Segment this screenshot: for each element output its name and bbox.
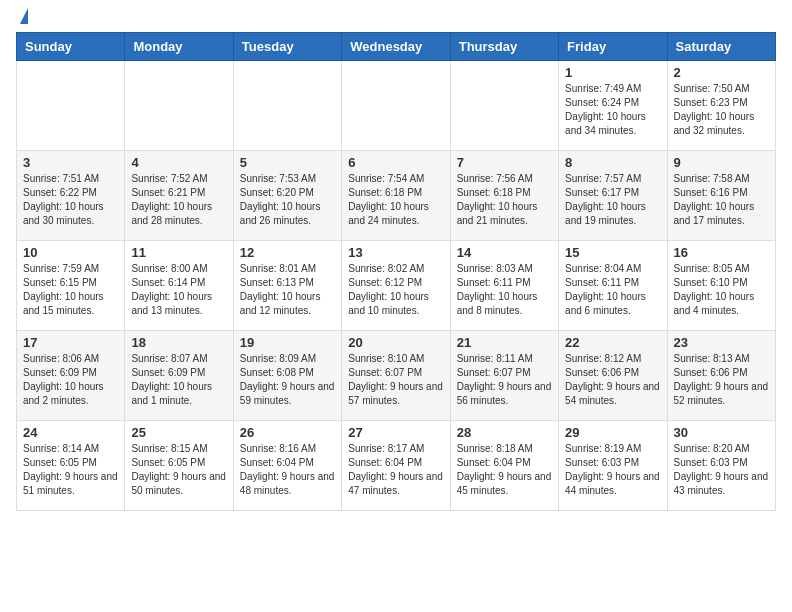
calendar-table: SundayMondayTuesdayWednesdayThursdayFrid… [16,32,776,511]
day-info: Sunrise: 8:20 AM Sunset: 6:03 PM Dayligh… [674,442,769,498]
day-number: 30 [674,425,769,440]
day-number: 2 [674,65,769,80]
calendar-cell: 1Sunrise: 7:49 AM Sunset: 6:24 PM Daylig… [559,61,667,151]
day-info: Sunrise: 8:18 AM Sunset: 6:04 PM Dayligh… [457,442,552,498]
day-info: Sunrise: 7:51 AM Sunset: 6:22 PM Dayligh… [23,172,118,228]
day-info: Sunrise: 7:52 AM Sunset: 6:21 PM Dayligh… [131,172,226,228]
calendar-cell: 3Sunrise: 7:51 AM Sunset: 6:22 PM Daylig… [17,151,125,241]
day-number: 28 [457,425,552,440]
calendar-cell: 17Sunrise: 8:06 AM Sunset: 6:09 PM Dayli… [17,331,125,421]
day-info: Sunrise: 8:14 AM Sunset: 6:05 PM Dayligh… [23,442,118,498]
day-info: Sunrise: 8:19 AM Sunset: 6:03 PM Dayligh… [565,442,660,498]
calendar-cell: 10Sunrise: 7:59 AM Sunset: 6:15 PM Dayli… [17,241,125,331]
day-number: 5 [240,155,335,170]
calendar-cell: 21Sunrise: 8:11 AM Sunset: 6:07 PM Dayli… [450,331,558,421]
calendar-cell: 16Sunrise: 8:05 AM Sunset: 6:10 PM Dayli… [667,241,775,331]
day-number: 14 [457,245,552,260]
day-info: Sunrise: 7:58 AM Sunset: 6:16 PM Dayligh… [674,172,769,228]
calendar-week-row: 3Sunrise: 7:51 AM Sunset: 6:22 PM Daylig… [17,151,776,241]
day-number: 16 [674,245,769,260]
calendar-cell: 7Sunrise: 7:56 AM Sunset: 6:18 PM Daylig… [450,151,558,241]
calendar-cell: 24Sunrise: 8:14 AM Sunset: 6:05 PM Dayli… [17,421,125,511]
calendar-cell: 15Sunrise: 8:04 AM Sunset: 6:11 PM Dayli… [559,241,667,331]
weekday-header-tuesday: Tuesday [233,33,341,61]
weekday-header-friday: Friday [559,33,667,61]
calendar-cell [450,61,558,151]
calendar-cell: 6Sunrise: 7:54 AM Sunset: 6:18 PM Daylig… [342,151,450,241]
calendar-cell [233,61,341,151]
day-number: 12 [240,245,335,260]
day-number: 7 [457,155,552,170]
calendar-cell: 9Sunrise: 7:58 AM Sunset: 6:16 PM Daylig… [667,151,775,241]
day-info: Sunrise: 7:56 AM Sunset: 6:18 PM Dayligh… [457,172,552,228]
day-info: Sunrise: 8:11 AM Sunset: 6:07 PM Dayligh… [457,352,552,408]
day-info: Sunrise: 8:01 AM Sunset: 6:13 PM Dayligh… [240,262,335,318]
day-info: Sunrise: 8:16 AM Sunset: 6:04 PM Dayligh… [240,442,335,498]
day-number: 4 [131,155,226,170]
calendar-cell: 13Sunrise: 8:02 AM Sunset: 6:12 PM Dayli… [342,241,450,331]
day-number: 26 [240,425,335,440]
day-number: 21 [457,335,552,350]
weekday-header-row: SundayMondayTuesdayWednesdayThursdayFrid… [17,33,776,61]
day-number: 23 [674,335,769,350]
day-number: 22 [565,335,660,350]
day-number: 13 [348,245,443,260]
day-info: Sunrise: 7:57 AM Sunset: 6:17 PM Dayligh… [565,172,660,228]
calendar-cell: 2Sunrise: 7:50 AM Sunset: 6:23 PM Daylig… [667,61,775,151]
day-number: 29 [565,425,660,440]
calendar-cell: 19Sunrise: 8:09 AM Sunset: 6:08 PM Dayli… [233,331,341,421]
calendar-week-row: 17Sunrise: 8:06 AM Sunset: 6:09 PM Dayli… [17,331,776,421]
calendar-cell: 8Sunrise: 7:57 AM Sunset: 6:17 PM Daylig… [559,151,667,241]
day-number: 6 [348,155,443,170]
day-info: Sunrise: 7:53 AM Sunset: 6:20 PM Dayligh… [240,172,335,228]
day-info: Sunrise: 8:12 AM Sunset: 6:06 PM Dayligh… [565,352,660,408]
calendar-cell [342,61,450,151]
day-number: 11 [131,245,226,260]
logo [16,16,28,24]
day-number: 20 [348,335,443,350]
calendar-cell: 18Sunrise: 8:07 AM Sunset: 6:09 PM Dayli… [125,331,233,421]
calendar-cell: 26Sunrise: 8:16 AM Sunset: 6:04 PM Dayli… [233,421,341,511]
calendar-cell: 27Sunrise: 8:17 AM Sunset: 6:04 PM Dayli… [342,421,450,511]
calendar-cell: 28Sunrise: 8:18 AM Sunset: 6:04 PM Dayli… [450,421,558,511]
day-number: 15 [565,245,660,260]
calendar-cell: 25Sunrise: 8:15 AM Sunset: 6:05 PM Dayli… [125,421,233,511]
day-info: Sunrise: 7:49 AM Sunset: 6:24 PM Dayligh… [565,82,660,138]
day-info: Sunrise: 8:00 AM Sunset: 6:14 PM Dayligh… [131,262,226,318]
day-info: Sunrise: 7:59 AM Sunset: 6:15 PM Dayligh… [23,262,118,318]
calendar-cell: 12Sunrise: 8:01 AM Sunset: 6:13 PM Dayli… [233,241,341,331]
calendar-cell: 4Sunrise: 7:52 AM Sunset: 6:21 PM Daylig… [125,151,233,241]
calendar-cell: 22Sunrise: 8:12 AM Sunset: 6:06 PM Dayli… [559,331,667,421]
day-number: 19 [240,335,335,350]
calendar-cell: 14Sunrise: 8:03 AM Sunset: 6:11 PM Dayli… [450,241,558,331]
day-info: Sunrise: 8:05 AM Sunset: 6:10 PM Dayligh… [674,262,769,318]
calendar-cell: 23Sunrise: 8:13 AM Sunset: 6:06 PM Dayli… [667,331,775,421]
day-info: Sunrise: 8:10 AM Sunset: 6:07 PM Dayligh… [348,352,443,408]
day-number: 9 [674,155,769,170]
calendar-cell: 20Sunrise: 8:10 AM Sunset: 6:07 PM Dayli… [342,331,450,421]
weekday-header-sunday: Sunday [17,33,125,61]
calendar-week-row: 10Sunrise: 7:59 AM Sunset: 6:15 PM Dayli… [17,241,776,331]
calendar-cell [125,61,233,151]
day-info: Sunrise: 8:03 AM Sunset: 6:11 PM Dayligh… [457,262,552,318]
day-number: 25 [131,425,226,440]
weekday-header-saturday: Saturday [667,33,775,61]
day-info: Sunrise: 8:15 AM Sunset: 6:05 PM Dayligh… [131,442,226,498]
calendar-week-row: 24Sunrise: 8:14 AM Sunset: 6:05 PM Dayli… [17,421,776,511]
day-number: 8 [565,155,660,170]
day-number: 24 [23,425,118,440]
day-number: 18 [131,335,226,350]
day-number: 10 [23,245,118,260]
calendar-cell [17,61,125,151]
day-number: 1 [565,65,660,80]
day-info: Sunrise: 8:02 AM Sunset: 6:12 PM Dayligh… [348,262,443,318]
day-info: Sunrise: 8:09 AM Sunset: 6:08 PM Dayligh… [240,352,335,408]
calendar-cell: 30Sunrise: 8:20 AM Sunset: 6:03 PM Dayli… [667,421,775,511]
day-number: 17 [23,335,118,350]
logo-triangle-icon [20,8,28,24]
calendar-cell: 11Sunrise: 8:00 AM Sunset: 6:14 PM Dayli… [125,241,233,331]
page-header [16,16,776,24]
day-info: Sunrise: 8:07 AM Sunset: 6:09 PM Dayligh… [131,352,226,408]
day-info: Sunrise: 8:06 AM Sunset: 6:09 PM Dayligh… [23,352,118,408]
calendar-week-row: 1Sunrise: 7:49 AM Sunset: 6:24 PM Daylig… [17,61,776,151]
